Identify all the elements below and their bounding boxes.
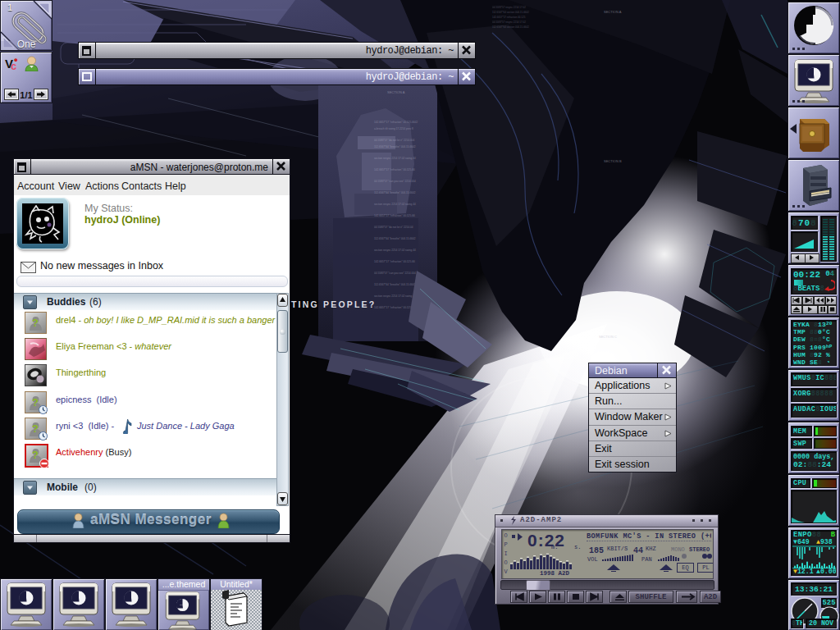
svg-text:142.6657*17 "refraction" 00.12: 142.6657*17 "refraction" 00.125-66 (374, 260, 415, 263)
svg-text:SECTION C: SECTION C (599, 335, 617, 339)
svg-text:04.5583*57 "do not let it" 221: 04.5583*57 "do not let it" 2214.004 (374, 139, 414, 142)
svg-text:?: ? (32, 449, 39, 461)
svg-text:TING PEOPLE?: TING PEOPLE? (291, 299, 376, 309)
svg-text:section resync 2214 17.02 swin: section resync 2214 17.02 swing 44 (374, 157, 416, 160)
svg-text:112.6567*64 section 004.15-664: 112.6567*64 section 004.15-6642 (492, 25, 529, 29)
svg-text:?: ? (32, 396, 39, 409)
svg-text:112.6567*64 "breathe" 004.15-6: 112.6567*64 "breathe" 004.15-6642 (374, 145, 416, 148)
svg-text:SECTION B: SECTION B (604, 159, 622, 163)
svg-text:section resync 2214 17.02 swin: section resync 2214 17.02 swing 44 (374, 203, 416, 206)
svg-text:112.6567*64 "breathe" 004.15-6: 112.6567*64 "breathe" 004.15-6642 (374, 191, 416, 194)
svg-text:a-breach tilt swing 17.2214 pr: a-breach tilt swing 17.2214 prev 8 (374, 127, 413, 130)
svg-text:04.5583*57 "can you see" 2214.: 04.5583*57 "can you see" 2214.004 (374, 272, 416, 275)
svg-text:112.6567*64 section 004.15-664: 112.6567*64 section 004.15-6642 (492, 11, 529, 14)
svg-text:section resync 2214 17.02 swin: section resync 2214 17.02 swing 44 (374, 294, 416, 298)
svg-text:142.6657*17 "refraction" 00.12: 142.6657*17 "refraction" 00.125-6642 (374, 121, 418, 124)
svg-text:04.5583*57 "do not let it" 221: 04.5583*57 "do not let it" 2214.04 (374, 226, 413, 229)
svg-text:142.6657*17 refraction 00.125: 142.6657*17 refraction 00.125 (492, 16, 526, 19)
svg-text:?: ? (32, 422, 39, 435)
svg-text:section resync 2214 17.02 swin: section resync 2214 17.02 swing 44 (374, 249, 416, 252)
svg-text:SECTION A: SECTION A (604, 10, 622, 14)
svg-text:SECTION A: SECTION A (387, 90, 405, 94)
svg-text:04.5583*57 resync 2214 17.02: 04.5583*57 resync 2214 17.02 (492, 6, 526, 9)
svg-text:142.6657*17 "refraction" 00.12: 142.6657*17 "refraction" 00.125-66 (374, 214, 415, 217)
svg-text:?: ? (32, 317, 39, 329)
svg-text:112.6567*64 "breathe" 004.15-6: 112.6567*64 "breathe" 004.15-6642 (374, 283, 416, 286)
svg-text:142.6657*17 "refraction" 00.12: 142.6657*17 "refraction" 00.125-66 (374, 306, 415, 309)
svg-text:04.5583*57 resync 2214 17.02: 04.5583*57 resync 2214 17.02 (492, 21, 526, 24)
svg-text:112.6567*64 "breathe" 004.15-6: 112.6567*64 "breathe" 004.15-6642 (374, 237, 416, 240)
svg-text:04.5583*57 "can you see" 2214.: 04.5583*57 "can you see" 2214.004 (374, 180, 416, 183)
svg-text:142.6657*17 "refraction" 00.12: 142.6657*17 "refraction" 00.125-66 (374, 168, 415, 171)
